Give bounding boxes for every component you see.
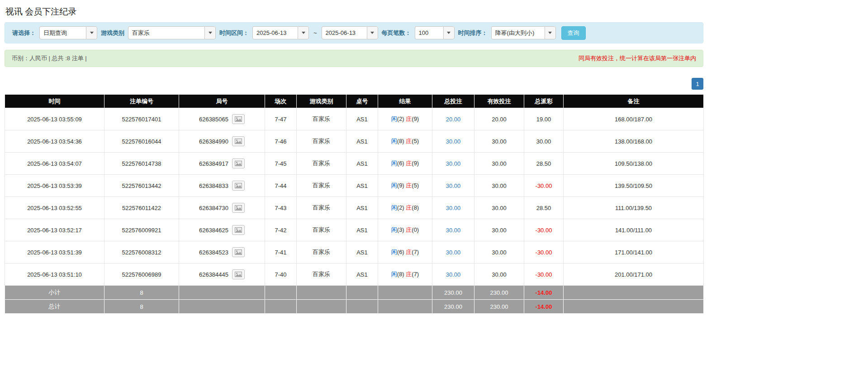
date-to-input[interactable] bbox=[322, 26, 367, 39]
date-from-dropdown-button[interactable] bbox=[298, 26, 309, 39]
cell-table-no: AS1 bbox=[346, 241, 378, 264]
sort-input[interactable] bbox=[491, 26, 545, 39]
cell-total-bet: 30.00 bbox=[432, 197, 474, 219]
col-game-type: 游戏类别 bbox=[297, 95, 346, 108]
query-type-select[interactable] bbox=[39, 26, 97, 39]
game-video-button[interactable] bbox=[232, 203, 245, 213]
cell-result: 闲(8) 庄(5) bbox=[378, 130, 432, 153]
page-size-select[interactable] bbox=[415, 26, 455, 39]
banker-result-score: (7) bbox=[412, 249, 419, 255]
player-result-score: (9) bbox=[397, 182, 404, 189]
cell-table-no: AS1 bbox=[346, 175, 378, 197]
game-video-button[interactable] bbox=[232, 225, 245, 235]
banker-result-score: (5) bbox=[412, 138, 419, 144]
sort-label: 时间排序： bbox=[458, 29, 488, 37]
total-total-bet: 230.00 bbox=[432, 300, 474, 314]
query-type-dropdown-button[interactable] bbox=[86, 26, 97, 39]
player-result-score: (3) bbox=[397, 226, 404, 233]
table-row: 2025-06-13 03:51:10 522576006989 6263844… bbox=[5, 264, 704, 286]
player-result-label: 闲 bbox=[391, 271, 397, 278]
game-type-input[interactable] bbox=[128, 26, 204, 39]
date-range-label: 时间区间： bbox=[219, 29, 249, 37]
player-result-score: (8) bbox=[397, 138, 404, 144]
video-replay-icon bbox=[235, 139, 242, 144]
game-video-button[interactable] bbox=[232, 114, 245, 124]
cell-valid-bet: 30.00 bbox=[474, 175, 524, 197]
player-result-score: (2) bbox=[397, 204, 404, 211]
cell-time: 2025-06-13 03:55:09 bbox=[5, 108, 104, 130]
video-replay-icon bbox=[235, 161, 242, 166]
table-row: 2025-06-13 03:51:39 522576008312 6263845… bbox=[5, 241, 704, 264]
game-video-button[interactable] bbox=[232, 136, 245, 146]
date-to-select[interactable] bbox=[322, 26, 378, 39]
date-to-dropdown-button[interactable] bbox=[367, 26, 378, 39]
cell-total-bet: 30.00 bbox=[432, 153, 474, 175]
player-result-score: (2) bbox=[397, 115, 404, 122]
filter-bar: 请选择： 游戏类别 时间区间： ~ 每页笔数： 时间排序： bbox=[5, 22, 703, 43]
total-bet-link[interactable]: 30.00 bbox=[446, 182, 461, 189]
search-button[interactable]: 查询 bbox=[561, 26, 586, 40]
sort-dropdown-button[interactable] bbox=[545, 26, 556, 39]
col-bet-id: 注单编号 bbox=[104, 95, 179, 108]
cell-table-no: AS1 bbox=[346, 130, 378, 153]
cell-session: 7-47 bbox=[265, 108, 297, 130]
cell-bet-id: 522576017401 bbox=[104, 108, 179, 130]
cell-result: 闲(8) 庄(7) bbox=[378, 264, 432, 286]
total-bet-link[interactable]: 30.00 bbox=[446, 249, 461, 256]
cell-time: 2025-06-13 03:54:07 bbox=[5, 153, 104, 175]
cell-bet-id: 522576014738 bbox=[104, 153, 179, 175]
cell-valid-bet: 20.00 bbox=[474, 108, 524, 130]
video-replay-icon bbox=[235, 249, 242, 255]
col-payout: 总派彩 bbox=[524, 95, 564, 108]
page-1-button[interactable]: 1 bbox=[692, 78, 703, 90]
round-id: 626384523 bbox=[199, 249, 228, 256]
table-row: 2025-06-13 03:52:55 522576011422 6263847… bbox=[5, 197, 704, 219]
banker-result-label: 庄 bbox=[406, 160, 412, 167]
total-bet-link[interactable]: 30.00 bbox=[446, 138, 461, 145]
cell-bet-id: 522576008312 bbox=[104, 241, 179, 264]
game-video-button[interactable] bbox=[232, 247, 245, 257]
cell-valid-bet: 30.00 bbox=[474, 153, 524, 175]
round-id: 626384833 bbox=[199, 182, 228, 189]
query-type-input[interactable] bbox=[39, 26, 86, 39]
video-replay-icon bbox=[235, 205, 242, 211]
total-bet-link[interactable]: 30.00 bbox=[446, 227, 461, 234]
chevron-down-icon bbox=[209, 32, 212, 34]
date-from-input[interactable] bbox=[252, 26, 298, 39]
cell-bet-id: 522576006989 bbox=[104, 264, 179, 286]
cell-payout: 19.00 bbox=[524, 108, 564, 130]
page-size-label: 每页笔数： bbox=[382, 29, 411, 37]
cell-session: 7-41 bbox=[265, 241, 297, 264]
page-size-input[interactable] bbox=[415, 26, 443, 39]
total-bet-link[interactable]: 30.00 bbox=[446, 205, 461, 211]
cell-round-id: 626384917 bbox=[179, 153, 265, 175]
subtotal-label: 小计 bbox=[5, 286, 104, 300]
page-size-dropdown-button[interactable] bbox=[443, 26, 455, 39]
cell-game-type: 百家乐 bbox=[297, 130, 346, 153]
valid-bet-note: 同局有效投注，统一计算在该局第一张注单内 bbox=[579, 54, 696, 62]
game-video-button[interactable] bbox=[232, 158, 245, 168]
banker-result-label: 庄 bbox=[406, 138, 412, 144]
game-video-button[interactable] bbox=[232, 269, 245, 279]
sort-select[interactable] bbox=[491, 26, 556, 39]
player-result-label: 闲 bbox=[391, 226, 397, 233]
player-result-label: 闲 bbox=[391, 115, 397, 122]
game-type-dropdown-button[interactable] bbox=[204, 26, 216, 39]
cell-session: 7-46 bbox=[265, 130, 297, 153]
cell-session: 7-42 bbox=[265, 219, 297, 241]
total-bet-link[interactable]: 20.00 bbox=[446, 116, 461, 123]
total-bet-link[interactable]: 30.00 bbox=[446, 271, 461, 278]
total-bet-link[interactable]: 30.00 bbox=[446, 160, 461, 167]
player-result-score: (6) bbox=[397, 160, 404, 167]
subtotal-row: 小计 8 230.00 230.00 -14.00 bbox=[5, 286, 704, 300]
cell-round-id: 626384625 bbox=[179, 219, 265, 241]
round-id: 626384625 bbox=[199, 227, 228, 234]
cell-result: 闲(2) 庄(8) bbox=[378, 197, 432, 219]
player-result-score: (8) bbox=[397, 271, 404, 278]
game-video-button[interactable] bbox=[232, 181, 245, 191]
cell-payout: 28.50 bbox=[524, 153, 564, 175]
round-id: 626384990 bbox=[199, 138, 228, 145]
date-from-select[interactable] bbox=[252, 26, 309, 39]
cell-bet-id: 522576009921 bbox=[104, 219, 179, 241]
game-type-select[interactable] bbox=[128, 26, 216, 39]
